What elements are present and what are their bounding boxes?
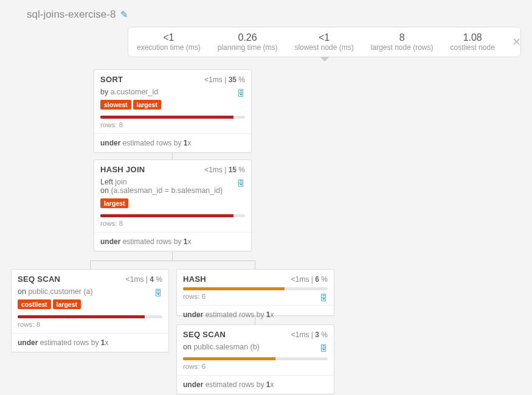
close-icon[interactable]: ✕ bbox=[512, 35, 521, 49]
node-hash-join[interactable]: HASH JOIN <1ms | 15 % 🗄 Left join on (a.… bbox=[94, 159, 252, 251]
foot-word: under bbox=[100, 237, 120, 246]
node-body: 🗄 by a.customer_id slowest largest rows:… bbox=[94, 88, 251, 133]
node-title: SEQ SCAN bbox=[183, 330, 226, 339]
rows-text: rows: 6 bbox=[183, 293, 328, 300]
node-pct: 6 bbox=[315, 275, 319, 284]
detail-keyword: by bbox=[100, 88, 108, 96]
node-title: HASH bbox=[183, 274, 206, 284]
stat-planning-time: 0.26 planning time (ms) bbox=[218, 32, 278, 52]
node-header: HASH <1ms | 6 % bbox=[177, 270, 334, 287]
detail-text: public.customer (a) bbox=[28, 287, 92, 296]
stat-slowest-node: <1 slowest node (ms) bbox=[294, 32, 353, 52]
badges: costliest largest bbox=[18, 299, 162, 309]
detail-text: (a.salesman_id = b.salesman_id) bbox=[111, 186, 223, 195]
foot-suffix: x bbox=[187, 237, 191, 246]
stat-label: largest node (rows) bbox=[371, 43, 434, 52]
node-timing: <1ms | 35 % bbox=[204, 75, 245, 84]
stat-value: 0.26 bbox=[218, 32, 278, 43]
connector bbox=[255, 260, 255, 269]
detail-keyword: on bbox=[183, 343, 193, 351]
database-icon[interactable]: 🗄 bbox=[237, 179, 245, 188]
node-detail: on public.customer (a) bbox=[18, 287, 162, 296]
detail-text: join bbox=[115, 178, 126, 186]
node-time-value: <1ms bbox=[291, 275, 309, 284]
rows-text: rows: 8 bbox=[100, 121, 245, 128]
node-time-value: <1ms bbox=[204, 75, 223, 84]
foot-suffix: x bbox=[187, 139, 191, 147]
progress-fill bbox=[183, 357, 275, 360]
node-timing: <1ms | 4 % bbox=[126, 275, 162, 284]
node-footer: under estimated rows by 1x bbox=[177, 375, 334, 394]
stat-value: <1 bbox=[137, 32, 201, 43]
progress-bar bbox=[100, 214, 245, 217]
pointer-icon bbox=[320, 57, 330, 61]
detail-text: a.customer_id bbox=[111, 88, 159, 96]
foot-mid: estimated rows by bbox=[120, 237, 183, 246]
progress-bar bbox=[100, 116, 245, 119]
stat-label: planning time (ms) bbox=[218, 43, 278, 52]
stat-value: 8 bbox=[371, 32, 434, 43]
node-time-value: <1ms bbox=[204, 166, 223, 174]
database-icon[interactable]: 🗄 bbox=[320, 344, 328, 353]
node-seq-scan-customer[interactable]: SEQ SCAN <1ms | 4 % 🗄 on public.customer… bbox=[11, 269, 169, 352]
node-footer: under estimated rows by 1x bbox=[177, 305, 334, 324]
connector bbox=[90, 260, 91, 269]
rows-text: rows: 6 bbox=[183, 363, 328, 370]
foot-word: under bbox=[183, 310, 203, 319]
detail-keyword: Left bbox=[100, 178, 115, 186]
progress-bar bbox=[183, 287, 328, 290]
foot-word: under bbox=[183, 380, 203, 389]
badge-largest: largest bbox=[53, 299, 81, 309]
stat-value: 1.08 bbox=[451, 32, 495, 43]
foot-word: under bbox=[18, 338, 38, 347]
node-detail: by a.customer_id bbox=[100, 88, 245, 96]
node-body: 🗄 Left join on (a.salesman_id = b.salesm… bbox=[94, 178, 251, 232]
progress-fill bbox=[18, 315, 145, 318]
node-timing: <1ms | 15 % bbox=[204, 166, 245, 174]
connector bbox=[172, 252, 173, 260]
edit-icon[interactable]: ✎ bbox=[120, 9, 128, 20]
database-icon[interactable]: 🗄 bbox=[154, 288, 162, 298]
stat-execution-time: <1 execution time (ms) bbox=[137, 32, 201, 52]
node-seq-scan-salesman[interactable]: SEQ SCAN <1ms | 3 % 🗄 on public.salesman… bbox=[176, 324, 334, 394]
node-header: SEQ SCAN <1ms | 4 % bbox=[12, 270, 168, 287]
detail-text: public.salesman (b) bbox=[193, 343, 259, 351]
stat-label: slowest node (ms) bbox=[294, 43, 353, 52]
node-title: SEQ SCAN bbox=[18, 274, 60, 284]
node-detail: on public.salesman (b) bbox=[183, 343, 328, 351]
node-header: SORT <1ms | 35 % bbox=[94, 70, 251, 88]
progress-bar bbox=[183, 357, 328, 360]
node-time-value: <1ms bbox=[291, 330, 309, 339]
foot-mid: estimated rows by bbox=[120, 139, 183, 147]
node-footer: under estimated rows by 1x bbox=[94, 232, 251, 251]
stat-value: <1 bbox=[294, 32, 353, 43]
node-detail: Left join bbox=[100, 178, 245, 186]
database-icon[interactable]: 🗄 bbox=[237, 89, 245, 98]
stat-label: costliest node bbox=[451, 43, 495, 52]
badges: slowest largest bbox=[100, 100, 245, 110]
foot-suffix: x bbox=[105, 338, 108, 347]
node-timing: <1ms | 3 % bbox=[291, 330, 328, 339]
rows-text: rows: 8 bbox=[18, 321, 162, 328]
node-sort[interactable]: SORT <1ms | 35 % 🗄 by a.customer_id slow… bbox=[94, 69, 252, 153]
node-pct: 4 bbox=[150, 275, 154, 284]
node-time-value: <1ms bbox=[126, 275, 144, 284]
node-hash[interactable]: HASH <1ms | 6 % 🗄 rows: 6 under estimate… bbox=[176, 269, 334, 316]
node-pct: 15 bbox=[229, 166, 237, 174]
node-body: 🗄 on public.customer (a) costliest large… bbox=[12, 287, 168, 333]
page-header: sql-joins-exercise-8 ✎ bbox=[0, 0, 532, 27]
foot-mid: estimated rows by bbox=[203, 380, 266, 389]
node-footer: under estimated rows by 1x bbox=[94, 133, 251, 152]
badges: largest bbox=[100, 198, 245, 208]
stat-largest-node: 8 largest node (rows) bbox=[371, 32, 434, 52]
stat-label: execution time (ms) bbox=[137, 43, 201, 52]
node-body: 🗄 rows: 6 bbox=[177, 287, 334, 305]
detail-keyword: on bbox=[18, 287, 28, 296]
foot-mid: estimated rows by bbox=[38, 338, 100, 347]
progress-fill bbox=[100, 214, 233, 217]
badge-largest: largest bbox=[133, 100, 161, 110]
progress-bar bbox=[18, 315, 162, 318]
node-body: 🗄 on public.salesman (b) rows: 6 bbox=[177, 343, 334, 375]
node-header: SEQ SCAN <1ms | 3 % bbox=[177, 325, 334, 343]
database-icon[interactable]: 🗄 bbox=[320, 293, 328, 302]
